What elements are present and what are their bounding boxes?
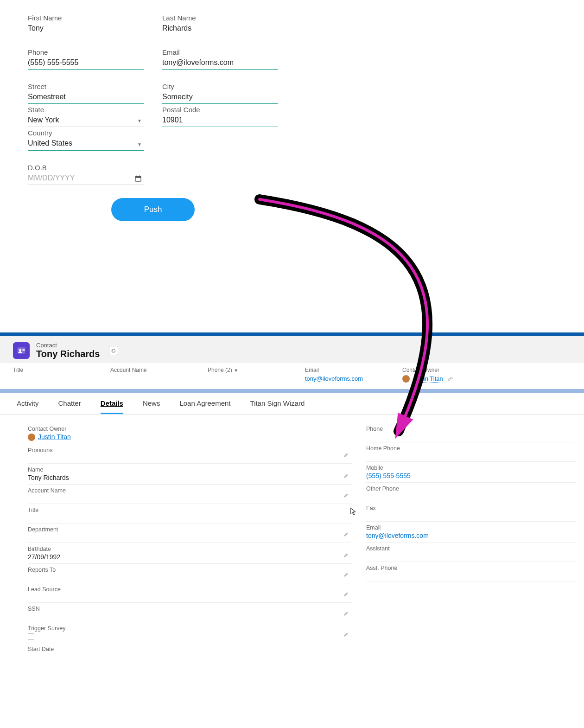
phone-input[interactable] xyxy=(28,57,144,70)
svg-rect-1 xyxy=(135,176,141,178)
tab-wizard[interactable]: Titan Sign Wizard xyxy=(250,399,305,414)
det-reports-label: Reports To xyxy=(28,567,352,573)
det-email-value[interactable]: tony@iloveforms.com xyxy=(366,532,576,539)
chevron-down-icon: ▼ xyxy=(234,368,238,373)
postal-label: Postal Code xyxy=(162,106,278,114)
last-name-input[interactable] xyxy=(162,23,278,35)
first-name-label: First Name xyxy=(28,14,144,22)
last-name-label: Last Name xyxy=(162,14,278,22)
tab-loan[interactable]: Loan Agreement xyxy=(179,399,230,414)
svg-rect-6 xyxy=(23,349,25,350)
det-ssn-label: SSN xyxy=(28,606,352,612)
contact-object-icon xyxy=(13,342,30,359)
country-select[interactable] xyxy=(28,138,144,151)
avatar xyxy=(402,375,410,383)
det-title-label: Title xyxy=(28,507,352,513)
phone-label: Phone xyxy=(28,48,144,56)
hl-owner-value[interactable]: Justin Titan xyxy=(413,375,443,383)
cursor-icon xyxy=(349,507,357,518)
edit-icon[interactable] xyxy=(343,530,349,539)
edit-icon[interactable] xyxy=(343,610,349,618)
email-input[interactable] xyxy=(162,57,278,70)
det-name-value: Tony Richards xyxy=(28,474,352,481)
hl-title-label: Title xyxy=(13,367,73,373)
hl-email-value[interactable]: tony@iloveforms.com xyxy=(305,375,363,382)
svg-rect-3 xyxy=(139,175,140,177)
det-other-label: Other Phone xyxy=(366,485,576,492)
det-dept-label: Department xyxy=(28,526,352,533)
country-label: Country xyxy=(28,129,144,137)
state-select[interactable] xyxy=(28,115,144,127)
tab-chatter[interactable]: Chatter xyxy=(58,399,81,414)
sf-sub-stripe xyxy=(0,389,584,393)
svg-rect-2 xyxy=(137,175,137,177)
hl-email-label: Email xyxy=(305,367,365,373)
postal-input[interactable] xyxy=(162,115,278,127)
det-lead-label: Lead Source xyxy=(28,586,352,593)
state-label: State xyxy=(28,106,144,114)
hierarchy-icon[interactable]: ⌬ xyxy=(109,346,118,355)
email-label: Email xyxy=(162,48,278,56)
det-pronouns-label: Pronouns xyxy=(28,447,352,453)
hl-account-label: Account Name xyxy=(110,367,171,373)
street-input[interactable] xyxy=(28,91,144,104)
avatar xyxy=(28,434,35,441)
push-button[interactable]: Push xyxy=(111,198,195,221)
det-mobile-label: Mobile xyxy=(366,465,576,471)
record-name: Tony Richards xyxy=(36,349,100,359)
dob-input[interactable] xyxy=(28,172,144,185)
det-asstphone-label: Asst. Phone xyxy=(366,565,576,571)
hl-owner-label: Contact Owner xyxy=(402,367,463,373)
hl-phone-label[interactable]: Phone (2)▼ xyxy=(208,367,268,373)
object-label: Contact xyxy=(36,342,100,349)
det-mobile-value[interactable]: (555) 555-5555 xyxy=(366,472,576,479)
edit-icon[interactable] xyxy=(343,492,349,500)
tab-details[interactable]: Details xyxy=(101,399,123,414)
det-survey-label: Trigger Survey xyxy=(28,625,352,632)
tab-activity[interactable]: Activity xyxy=(17,399,39,414)
det-email-label: Email xyxy=(366,524,576,531)
trigger-survey-checkbox[interactable] xyxy=(28,633,34,640)
edit-icon[interactable] xyxy=(343,590,349,599)
city-input[interactable] xyxy=(162,91,278,104)
calendar-icon[interactable] xyxy=(134,175,142,182)
tab-news[interactable]: News xyxy=(143,399,160,414)
edit-icon[interactable] xyxy=(343,451,349,460)
city-label: City xyxy=(162,83,278,90)
edit-icon[interactable] xyxy=(343,571,349,579)
det-account-label: Account Name xyxy=(28,487,352,494)
edit-icon[interactable] xyxy=(343,551,349,560)
edit-icon[interactable] xyxy=(343,631,349,639)
det-birth-label: Birthdate xyxy=(28,546,352,552)
det-home-label: Home Phone xyxy=(366,445,576,452)
sf-brand-stripe xyxy=(0,332,584,336)
det-birth-value: 27/09/1992 xyxy=(28,553,352,561)
det-name-label: Name xyxy=(28,466,352,473)
edit-icon[interactable] xyxy=(343,472,349,480)
first-name-input[interactable] xyxy=(28,23,144,35)
det-owner-label: Contact Owner xyxy=(28,426,352,432)
svg-point-5 xyxy=(19,349,21,351)
det-assistant-label: Assistant xyxy=(366,545,576,552)
dob-label: D.O.B xyxy=(28,164,144,172)
det-start-label: Start Date xyxy=(28,646,352,652)
det-fax-label: Fax xyxy=(366,505,576,511)
det-owner-value[interactable]: Justin Titan xyxy=(38,433,71,441)
det-phone-label: Phone xyxy=(366,426,576,432)
street-label: Street xyxy=(28,83,144,90)
svg-rect-7 xyxy=(23,350,25,351)
change-owner-icon[interactable]: ☍ xyxy=(448,376,453,382)
